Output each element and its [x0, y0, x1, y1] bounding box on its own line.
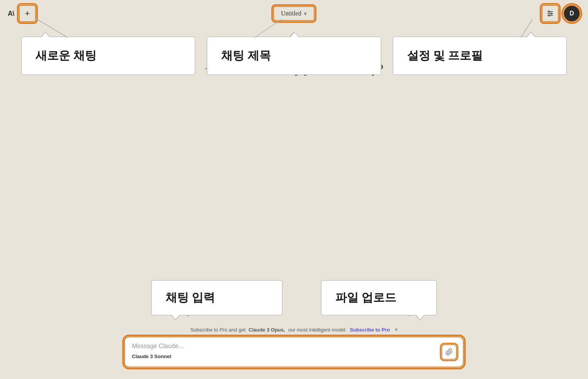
anthropic-logo: A\ [8, 10, 14, 18]
svg-point-4 [551, 13, 552, 14]
chat-title-button[interactable]: Untitled ∨ [273, 6, 314, 21]
chat-title-label: 채팅 제목 [221, 49, 270, 62]
attach-button[interactable] [441, 344, 457, 360]
paperclip-icon [445, 348, 453, 356]
new-chat-label: 새로운 채팅 [35, 49, 96, 62]
new-chat-button[interactable]: + [19, 5, 36, 22]
bottom-annotations: 채팅 입력 파일 업로드 [151, 280, 437, 315]
subscribe-text: Subscribe to Pro and get [190, 327, 245, 333]
file-upload-label: 파일 업로드 [335, 291, 396, 304]
header: A\ + Untitled ∨ D [0, 0, 588, 27]
settings-profile-callout: 설정 및 프로필 [393, 37, 567, 75]
profile-button[interactable]: D [563, 5, 580, 22]
chat-input-callout: 채팅 입력 [151, 280, 282, 315]
close-icon[interactable]: × [395, 327, 398, 333]
top-annotations: 새로운 채팅 채팅 제목 설정 및 프로필 [0, 37, 588, 75]
svg-point-5 [548, 15, 550, 16]
chevron-down-icon: ∨ [304, 11, 307, 17]
message-input-area[interactable]: Message Claude... Claude 3 Sonnet [124, 337, 464, 367]
settings-profile-label: 설정 및 프로필 [407, 49, 483, 62]
subscribe-suffix: our most intelligent model. [288, 327, 347, 333]
svg-point-3 [548, 11, 550, 12]
input-wrapper: Message Claude... Claude 3 Sonnet [124, 337, 464, 367]
new-chat-callout: 새로운 채팅 [21, 37, 195, 75]
message-placeholder: Message Claude... [132, 343, 436, 350]
subscribe-link[interactable]: Subscribe to Pro [350, 327, 390, 333]
chat-input-label: 채팅 입력 [166, 291, 215, 304]
header-right: D [542, 5, 580, 22]
chat-title-text: Untitled [281, 10, 301, 17]
header-left: A\ + [8, 5, 36, 22]
model-label: Claude 3 Sonnet [132, 354, 436, 359]
settings-icon [546, 10, 554, 17]
subscribe-bold: Claude 3 Opus, [248, 327, 285, 333]
chat-title-callout: 채팅 제목 [207, 37, 381, 75]
header-center: Untitled ∨ [273, 6, 314, 21]
file-upload-callout: 파일 업로드 [321, 280, 437, 315]
subscribe-banner: Subscribe to Pro and get Claude 3 Opus, … [190, 327, 398, 333]
settings-button[interactable] [542, 5, 559, 22]
